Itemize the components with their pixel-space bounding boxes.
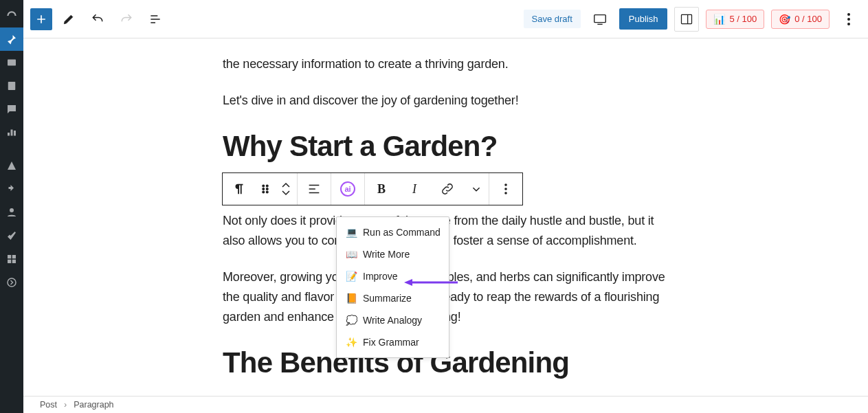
preview-button[interactable] [588, 7, 612, 32]
chart-icon: 📊 [713, 14, 725, 25]
ai-button[interactable]: ai [331, 173, 364, 205]
edit-icon[interactable] [56, 7, 81, 32]
ai-item-fix-grammar[interactable]: ✨ Fix Grammar [337, 331, 449, 353]
svg-point-14 [266, 185, 268, 187]
block-toolbar: ai B I [222, 172, 523, 205]
sparkles-icon: ✨ [345, 337, 357, 348]
document-overview-button[interactable] [143, 7, 168, 32]
svg-marker-23 [404, 279, 412, 286]
ai-item-run-command[interactable]: 💻 Run as Command [337, 221, 449, 243]
sidebar-pages-icon[interactable] [0, 74, 23, 98]
annotation-arrow [404, 278, 459, 284]
svg-rect-4 [12, 255, 16, 258]
svg-rect-8 [594, 14, 606, 22]
block-more-button[interactable] [489, 173, 522, 205]
seo-score-value: 0 / 100 [794, 14, 822, 24]
svg-point-21 [504, 192, 507, 194]
ai-item-label: Run as Command [363, 227, 441, 238]
sidebar-plugins-icon[interactable] [0, 177, 23, 201]
svg-point-16 [266, 188, 268, 190]
svg-point-10 [847, 13, 850, 16]
ledger-icon: 📙 [345, 293, 357, 304]
readability-score[interactable]: 📊 5 / 100 [706, 10, 764, 29]
italic-button[interactable]: I [398, 173, 431, 205]
heading[interactable]: The Benefits of Gardening [223, 347, 676, 379]
readability-score-value: 5 / 100 [729, 14, 757, 24]
ai-item-label: Improve [363, 271, 398, 282]
sidebar-pin-icon[interactable] [0, 27, 23, 51]
chevron-right-icon: › [64, 400, 67, 410]
more-options-button[interactable] [836, 7, 861, 32]
sidebar-tools-icon[interactable] [0, 224, 23, 247]
drag-handle[interactable] [256, 173, 275, 205]
ai-item-summarize[interactable]: 📙 Summarize [337, 287, 449, 309]
sidebar-toggle-button[interactable] [674, 7, 699, 32]
add-block-button[interactable] [30, 8, 52, 30]
move-up-down-buttons[interactable] [275, 173, 297, 205]
sidebar-comments-icon[interactable] [0, 98, 23, 121]
ai-item-label: Summarize [363, 293, 412, 304]
svg-rect-9 [682, 14, 692, 23]
svg-point-18 [266, 191, 268, 193]
save-draft-button[interactable]: Save draft [524, 10, 581, 28]
undo-button[interactable] [85, 7, 110, 32]
sidebar-collapse-icon[interactable] [0, 271, 23, 294]
svg-rect-6 [12, 260, 16, 263]
breadcrumb-root[interactable]: Post [40, 400, 57, 410]
admin-sidebar [0, 0, 23, 413]
sidebar-users-icon[interactable] [0, 201, 23, 224]
svg-point-2 [10, 208, 14, 212]
ai-icon: ai [340, 181, 355, 197]
paragraph[interactable]: Let's dive in and discover the joy of ga… [223, 91, 676, 111]
svg-point-19 [504, 183, 507, 186]
laptop-icon: 💻 [345, 227, 357, 238]
svg-rect-0 [8, 60, 16, 66]
block-type-button[interactable] [223, 173, 256, 205]
seo-score[interactable]: 🎯 0 / 100 [771, 10, 830, 29]
publish-button[interactable]: Publish [619, 8, 668, 30]
svg-point-17 [263, 191, 265, 193]
svg-point-20 [504, 188, 507, 190]
link-button[interactable] [431, 173, 464, 205]
ai-item-label: Write Analogy [363, 315, 422, 326]
ai-item-label: Fix Grammar [363, 337, 419, 348]
book-icon: 📖 [345, 249, 357, 260]
sidebar-stats-icon[interactable] [0, 121, 23, 144]
ai-item-label: Write More [363, 249, 410, 260]
sidebar-media-icon[interactable] [0, 51, 23, 74]
ai-item-write-more[interactable]: 📖 Write More [337, 243, 449, 265]
block-breadcrumb: Post › Paragraph [23, 396, 868, 413]
svg-point-15 [263, 188, 265, 190]
svg-rect-5 [8, 260, 11, 263]
sidebar-settings-icon[interactable] [0, 247, 23, 271]
svg-rect-3 [8, 255, 11, 258]
svg-rect-1 [8, 82, 16, 90]
svg-point-13 [263, 185, 265, 187]
svg-point-11 [847, 18, 850, 21]
paragraph[interactable]: Moreover, growing your own fruits, veget… [223, 267, 676, 326]
redo-button[interactable] [114, 7, 139, 32]
sidebar-dashboard-icon[interactable] [0, 4, 23, 27]
more-format-button[interactable] [464, 173, 489, 205]
paragraph[interactable]: right soil to selecting the right plants… [223, 38, 676, 74]
thought-icon: 💭 [345, 315, 357, 326]
editor-top-toolbar: Save draft Publish 📊 5 / 100 🎯 0 / 100 [23, 0, 868, 38]
ai-item-write-analogy[interactable]: 💭 Write Analogy [337, 309, 449, 331]
bold-button[interactable]: B [365, 173, 398, 205]
ai-dropdown-menu: 💻 Run as Command 📖 Write More 📝 Improve … [336, 216, 449, 358]
svg-point-12 [847, 23, 850, 25]
sidebar-appearance-icon[interactable] [0, 154, 23, 177]
memo-icon: 📝 [345, 271, 357, 282]
paragraph[interactable]: Not only does it provide a peaceful esca… [223, 211, 676, 251]
align-button[interactable] [298, 173, 331, 205]
paragraph-text: the necessary information to create a th… [223, 57, 509, 71]
breadcrumb-leaf[interactable]: Paragraph [74, 400, 113, 410]
heading[interactable]: Why Start a Garden? [223, 131, 676, 162]
target-icon: 🎯 [779, 14, 790, 25]
svg-point-7 [8, 278, 16, 287]
